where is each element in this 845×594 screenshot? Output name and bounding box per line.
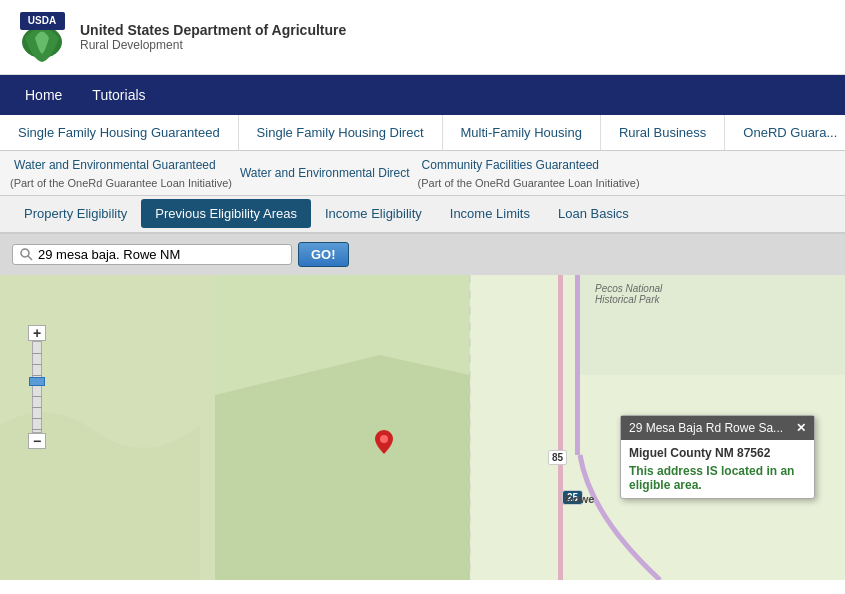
tabs-row3: Property Eligibility Previous Eligibilit… [0,196,845,234]
popup-header: 29 Mesa Baja Rd Rowe Sa... ✕ [621,416,814,440]
tab-previous-eligibility[interactable]: Previous Eligibility Areas [141,199,311,228]
popup-eligible-text: This address IS located in an eligible a… [629,464,806,492]
tab-income-eligibility[interactable]: Income Eligibility [311,198,436,229]
zoom-in-button[interactable]: + [28,325,46,341]
map-pin [375,430,393,454]
tab-weg-link[interactable]: Water and Environmental Guaranteed [10,156,232,176]
tabs-row1: Single Family Housing Guaranteed Single … [0,115,845,151]
svg-point-15 [380,435,388,443]
popup-close-button[interactable]: ✕ [796,421,806,435]
search-icon [19,247,33,261]
nav-home[interactable]: Home [10,75,77,115]
svg-point-4 [21,249,29,257]
popup-body: Miguel County NM 87562 This address IS l… [621,440,814,498]
popup-address: Miguel County NM 87562 [629,446,806,460]
tab-rb[interactable]: Rural Business [601,115,725,150]
tabs-row2: Water and Environmental Guaranteed (Part… [0,151,845,196]
tab-income-limits[interactable]: Income Limits [436,198,544,229]
tab-cfg[interactable]: Community Facilities Guaranteed (Part of… [418,156,640,190]
svg-text:USDA: USDA [28,15,56,26]
nav-bar: Home Tutorials [0,75,845,115]
usda-logo: USDA [15,10,70,65]
logo-text: United States Department of Agriculture … [80,22,346,52]
tab-sfhd[interactable]: Single Family Housing Direct [239,115,443,150]
tab-cfg-sub: (Part of the OneRd Guarantee Loan Initia… [418,176,640,190]
map-popup: 29 Mesa Baja Rd Rowe Sa... ✕ Miguel Coun… [620,415,815,499]
logo-area: USDA United States Department of Agricul… [15,10,346,65]
tab-weg-sub: (Part of the OneRd Guarantee Loan Initia… [10,176,232,190]
tab-mfh[interactable]: Multi-Family Housing [443,115,601,150]
zoom-controls: + − [28,325,46,449]
map-container[interactable]: + − 85 25 Rowe Pecos NationalHistorical … [0,275,845,580]
svg-line-5 [28,256,32,260]
tab-property-eligibility[interactable]: Property Eligibility [10,198,141,229]
nav-tutorials[interactable]: Tutorials [77,75,160,115]
park-label: Pecos NationalHistorical Park [595,283,662,305]
svg-rect-11 [558,275,563,580]
tab-weg[interactable]: Water and Environmental Guaranteed (Part… [10,156,232,190]
search-input-wrapper [12,244,292,265]
tab-onerd[interactable]: OneRD Guara... [725,115,845,150]
zoom-slider-handle[interactable] [29,377,45,386]
tab-loan-basics[interactable]: Loan Basics [544,198,643,229]
svg-rect-12 [575,275,580,455]
zoom-out-button[interactable]: − [28,433,46,449]
search-input[interactable] [38,247,268,262]
logo-org-subtitle: Rural Development [80,38,346,52]
logo-org-title: United States Department of Agriculture [80,22,346,38]
tab-cfg-link[interactable]: Community Facilities Guaranteed [418,156,640,176]
site-header: USDA United States Department of Agricul… [0,0,845,75]
search-bar: GO! [0,234,845,275]
road-label-85: 85 [548,450,567,465]
svg-marker-9 [215,355,470,580]
tab-wed[interactable]: Water and Environmental Direct [236,164,414,182]
go-button[interactable]: GO! [298,242,349,267]
popup-title: 29 Mesa Baja Rd Rowe Sa... [629,421,783,435]
tab-sfhg[interactable]: Single Family Housing Guaranteed [0,115,239,150]
place-rowe: Rowe [565,493,594,505]
